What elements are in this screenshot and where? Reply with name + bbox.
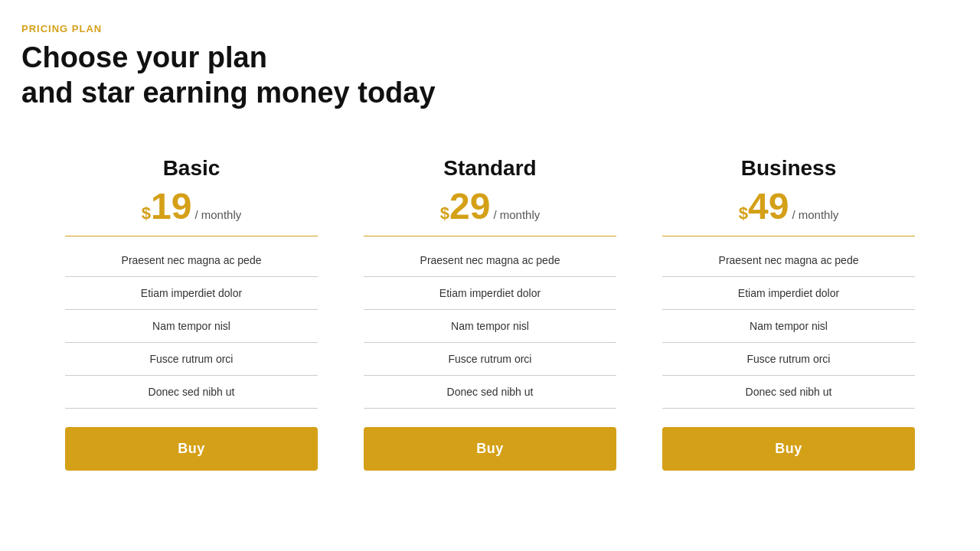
feature-item: Donec sed nibh ut bbox=[65, 376, 318, 409]
main-title-line2: and star earning money today bbox=[21, 77, 436, 109]
price-symbol-basic: $ bbox=[142, 204, 151, 223]
price-row-business: $ 49 / monthly bbox=[662, 188, 915, 225]
feature-item: Etiam imperdiet dolor bbox=[662, 277, 915, 310]
price-period-standard: / monthly bbox=[493, 208, 540, 221]
feature-item: Etiam imperdiet dolor bbox=[364, 277, 616, 310]
plan-card-standard: Standard $ 29 / monthly Praesent nec mag… bbox=[341, 141, 639, 494]
buy-button-basic[interactable]: Buy bbox=[65, 427, 318, 471]
feature-item: Nam tempor nisl bbox=[65, 310, 318, 343]
main-title-line1: Choose your plan bbox=[21, 41, 267, 73]
price-amount-business: 49 bbox=[748, 188, 789, 225]
feature-item: Praesent nec magna ac pede bbox=[364, 244, 616, 277]
plan-card-basic: Basic $ 19 / monthly Praesent nec magna … bbox=[42, 141, 341, 494]
features-list-standard: Praesent nec magna ac pedeEtiam imperdie… bbox=[364, 244, 616, 409]
main-title: Choose your plan and star earning money … bbox=[21, 41, 959, 110]
header: PRICING PLAN Choose your plan and star e… bbox=[21, 23, 959, 110]
features-list-business: Praesent nec magna ac pedeEtiam imperdie… bbox=[662, 244, 915, 409]
feature-item: Fusce rutrum orci bbox=[65, 343, 318, 376]
pricing-label: PRICING PLAN bbox=[21, 23, 959, 34]
feature-item: Praesent nec magna ac pede bbox=[662, 244, 915, 277]
feature-item: Praesent nec magna ac pede bbox=[65, 244, 318, 277]
feature-item: Fusce rutrum orci bbox=[662, 343, 915, 376]
feature-item: Fusce rutrum orci bbox=[364, 343, 616, 376]
feature-item: Donec sed nibh ut bbox=[364, 376, 616, 409]
price-amount-basic: 19 bbox=[151, 188, 191, 225]
price-row-basic: $ 19 / monthly bbox=[65, 188, 318, 225]
plan-name-basic: Basic bbox=[65, 156, 318, 181]
divider-basic bbox=[65, 236, 318, 236]
buy-button-standard[interactable]: Buy bbox=[364, 427, 616, 471]
feature-item: Nam tempor nisl bbox=[662, 310, 915, 343]
buy-button-business[interactable]: Buy bbox=[662, 427, 915, 471]
plan-name-business: Business bbox=[662, 156, 915, 181]
feature-item: Nam tempor nisl bbox=[364, 310, 616, 343]
features-list-basic: Praesent nec magna ac pedeEtiam imperdie… bbox=[65, 244, 318, 409]
price-amount-standard: 29 bbox=[449, 188, 490, 225]
price-row-standard: $ 29 / monthly bbox=[364, 188, 616, 225]
price-period-business: / monthly bbox=[792, 208, 838, 221]
plan-name-standard: Standard bbox=[364, 156, 616, 181]
feature-item: Donec sed nibh ut bbox=[662, 376, 915, 409]
price-period-basic: / monthly bbox=[194, 208, 241, 221]
plan-card-business: Business $ 49 / monthly Praesent nec mag… bbox=[639, 141, 938, 494]
feature-item: Etiam imperdiet dolor bbox=[65, 277, 318, 310]
price-symbol-standard: $ bbox=[440, 204, 449, 223]
divider-business bbox=[662, 236, 915, 236]
price-symbol-business: $ bbox=[739, 204, 748, 223]
divider-standard bbox=[364, 236, 616, 236]
plans-container: Basic $ 19 / monthly Praesent nec magna … bbox=[21, 141, 959, 494]
